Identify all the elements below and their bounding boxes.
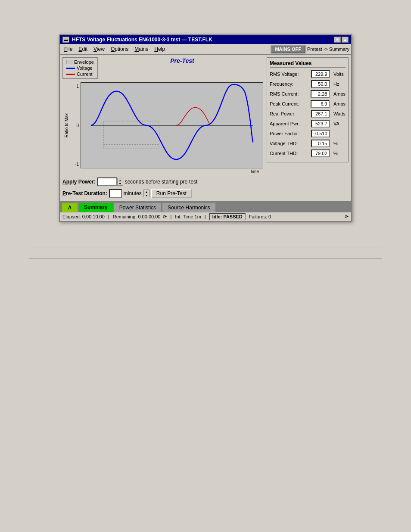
tab-source-harmonics[interactable]: Source Harmonics xyxy=(162,203,216,212)
pretest-title: Pre-Test xyxy=(101,57,263,64)
real-power-label: Real Power: xyxy=(270,111,308,116)
menu-bar: File Edit View Options Mains Help MAINS … xyxy=(60,44,351,55)
peak-current-value: 6.9 xyxy=(311,100,330,108)
legend-voltage-line xyxy=(66,68,75,69)
apply-power-row: Apply Power: 10.00 ▲ ▼ seconds before st… xyxy=(62,177,263,186)
tabs-row: Λ Summary Power Statistics Source Harmon… xyxy=(60,201,351,212)
status-divider-1: | xyxy=(108,214,109,219)
mains-off-button[interactable]: MAINS OFF xyxy=(271,45,305,53)
rms-current-label: RMS Current: xyxy=(270,91,308,96)
power-factor-label: Power Factor: xyxy=(270,131,308,136)
menu-edit[interactable]: Edit xyxy=(76,45,90,53)
measured-row-voltage-thd: Voltage THD: 0.15 % xyxy=(270,140,346,147)
rms-voltage-unit: Volts xyxy=(333,72,346,77)
refresh-icon-right[interactable]: ⟳ xyxy=(345,214,349,220)
menu-file[interactable]: File xyxy=(62,45,75,53)
run-pretest-button[interactable]: Run Pre-Test xyxy=(151,189,192,198)
elapsed-label: Elapsed: 0:00:10:00 xyxy=(62,214,105,219)
failures-label: Failures: 0 xyxy=(249,214,271,219)
legend-current-label: Current xyxy=(77,72,93,77)
menu-options[interactable]: Options xyxy=(108,45,131,53)
current-thd-value: 79.02 xyxy=(311,149,330,157)
window-title: HFTS Voltage Fluctuations EN61000-3-3 te… xyxy=(72,37,212,43)
rms-current-value: 2.28 xyxy=(311,90,330,98)
chart-y-label: Ratio to Max xyxy=(64,113,69,137)
menu-view[interactable]: View xyxy=(91,45,107,53)
tab-power-statistics[interactable]: Power Statistics xyxy=(114,203,162,212)
legend-envelope-label: Envelope xyxy=(74,59,94,65)
legend-envelope-box xyxy=(66,60,72,64)
apply-power-input[interactable]: 10.00 xyxy=(97,177,117,186)
apply-power-spinner[interactable]: 10.00 ▲ ▼ xyxy=(97,177,123,186)
legend-voltage-label: Voltage xyxy=(77,65,93,71)
status-divider-3: | xyxy=(205,214,206,219)
measured-row-power-factor: Power Factor: 0.510 xyxy=(270,130,346,137)
spin-up-arrow[interactable]: ▲ xyxy=(118,178,123,182)
duration-spin-up[interactable]: ▲ xyxy=(144,190,149,193)
current-thd-label: Current THD: xyxy=(270,151,308,156)
title-bar: ▬ HFTS Voltage Fluctuations EN61000-3-3 … xyxy=(60,35,351,44)
frequency-label: Frequency: xyxy=(270,81,308,87)
peak-current-unit: Amps xyxy=(333,101,346,106)
measured-values-title: Measured Values xyxy=(270,60,346,68)
measured-values-panel: Measured Values RMS Voltage: 229.9 Volts… xyxy=(267,57,349,198)
menu-help[interactable]: Help xyxy=(152,45,168,53)
voltage-thd-label: Voltage THD: xyxy=(270,141,308,146)
legend-current-line xyxy=(66,74,75,75)
frequency-unit: Hz xyxy=(333,81,346,87)
chart-x-label: time xyxy=(62,169,263,174)
refresh-icon[interactable]: ⟳ xyxy=(163,214,167,219)
rms-voltage-value: 229.9 xyxy=(311,70,330,78)
pretest-duration-unit: minutes xyxy=(124,190,142,196)
maximize-button[interactable]: ▲ xyxy=(342,37,349,43)
status-divider-2: | xyxy=(170,214,171,219)
int-time-label: Int. Time 1m xyxy=(175,214,201,219)
real-power-unit: Watts xyxy=(333,111,346,116)
pretest-duration-row: Pre-Test Duration: 1 minutes ▲ ▼ Run Pre… xyxy=(62,189,263,198)
chart-legend: Envelope Voltage Current xyxy=(62,57,98,79)
window-icon[interactable]: ▬ xyxy=(62,37,69,43)
pretest-nav-label: Pretest -> Summary xyxy=(307,47,349,52)
rms-current-unit: Amps xyxy=(333,91,346,96)
spin-down-arrow[interactable]: ▼ xyxy=(118,182,123,185)
current-thd-unit: % xyxy=(333,151,346,156)
voltage-thd-value: 0.15 xyxy=(311,140,330,147)
menu-mains[interactable]: Mains xyxy=(132,45,151,53)
pretest-duration-input[interactable]: 1 xyxy=(109,189,122,198)
measured-row-rms-current: RMS Current: 2.28 Amps xyxy=(270,90,346,98)
pretest-duration-label: Pre-Test Duration: xyxy=(62,190,107,196)
remaining-label: Remaining: 0:00:00:00 ⟳ xyxy=(113,214,167,220)
measured-row-current-thd: Current THD: 79.02 % xyxy=(270,149,346,157)
measured-row-rms-voltage: RMS Voltage: 229.9 Volts xyxy=(270,70,346,78)
minimize-button[interactable]: ▼ xyxy=(334,37,341,43)
peak-current-label: Peak Current: xyxy=(270,101,308,106)
voltage-thd-unit: % xyxy=(333,141,346,146)
apply-power-label: Apply Power: xyxy=(62,179,96,185)
measured-row-frequency: Frequency: 50.0 Hz xyxy=(270,80,346,88)
duration-spin-down[interactable]: ▼ xyxy=(144,193,149,197)
apply-power-suffix: seconds before starting pre-test xyxy=(125,179,198,185)
measured-row-apparent-pwr: Apparent Pwr: 523.7 VA xyxy=(270,120,346,128)
rms-voltage-label: RMS Voltage: xyxy=(270,72,308,77)
svg-rect-0 xyxy=(104,121,159,144)
y-tick-1: 1 xyxy=(76,84,79,89)
left-panel: Envelope Voltage Current xyxy=(62,57,263,198)
chart-svg xyxy=(81,82,263,168)
idle-passed-badge: Idle: PASSED xyxy=(209,213,246,220)
status-bar: Elapsed: 0:00:10:00 | Remaining: 0:00:00… xyxy=(60,212,351,221)
power-factor-value: 0.510 xyxy=(311,130,330,137)
apparent-pwr-label: Apparent Pwr: xyxy=(270,121,308,126)
apparent-pwr-value: 523.7 xyxy=(311,120,330,128)
tab-summary[interactable]: Summary xyxy=(78,202,113,212)
measured-values-list: RMS Voltage: 229.9 Volts Frequency: 50.0… xyxy=(270,70,346,157)
measured-row-peak-current: Peak Current: 6.9 Amps xyxy=(270,100,346,108)
apparent-pwr-unit: VA xyxy=(333,121,346,126)
y-tick-minus1: -1 xyxy=(75,162,79,167)
frequency-value: 50.0 xyxy=(311,80,330,88)
application-window: ▬ HFTS Voltage Fluctuations EN61000-3-3 … xyxy=(59,34,352,222)
y-tick-0: 0 xyxy=(76,123,79,128)
real-power-value: 267.1 xyxy=(311,110,330,118)
main-content: Envelope Voltage Current xyxy=(60,55,351,201)
tab-a[interactable]: Λ xyxy=(62,203,78,212)
measured-row-real-power: Real Power: 267.1 Watts xyxy=(270,110,346,118)
